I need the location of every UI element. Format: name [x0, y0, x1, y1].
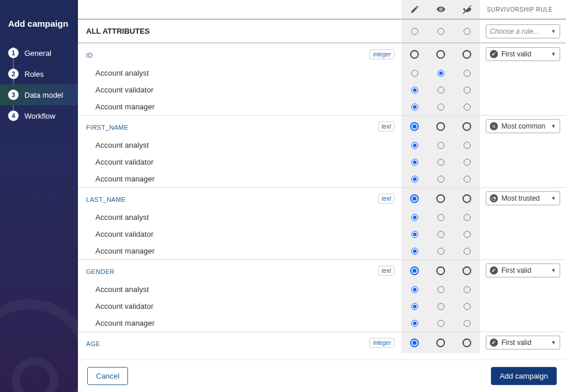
- rule-label: Most common: [501, 122, 545, 130]
- role-row: Account analyst: [78, 65, 566, 81]
- radio-view-role[interactable]: [437, 320, 444, 327]
- role-row: Account validator: [78, 226, 566, 243]
- radio-view-all[interactable]: [437, 28, 444, 35]
- radio-hidden-role[interactable]: [464, 104, 471, 111]
- radio-edit-role[interactable]: [411, 248, 418, 255]
- role-name: Account manager: [78, 98, 401, 115]
- radio-view-role[interactable]: [437, 248, 444, 255]
- radio-hidden-role[interactable]: [464, 142, 471, 149]
- radio-edit-attr[interactable]: [410, 266, 419, 275]
- radio-view-attr[interactable]: [436, 338, 445, 347]
- radio-view-role[interactable]: [437, 87, 444, 94]
- attribute-header-row: LAST_NAME text ◔ Most trusted ▼: [78, 187, 566, 209]
- radio-view-role[interactable]: [437, 214, 444, 221]
- radio-hidden-role[interactable]: [464, 159, 471, 166]
- radio-hidden-role[interactable]: [464, 214, 471, 221]
- radio-hidden-attr[interactable]: [462, 50, 471, 59]
- radio-view-role[interactable]: [437, 159, 444, 166]
- chevron-down-icon: ▼: [551, 195, 556, 201]
- radio-view-role[interactable]: [437, 286, 444, 293]
- edit-icon: [401, 0, 428, 19]
- radio-edit-role[interactable]: [411, 320, 418, 327]
- radio-hidden-role[interactable]: [464, 286, 471, 293]
- rule-select-all[interactable]: Choose a rule... ▼: [486, 24, 560, 38]
- radio-view-role[interactable]: [437, 231, 444, 238]
- radio-edit-role[interactable]: [411, 214, 418, 221]
- type-badge: integer: [369, 49, 394, 59]
- role-row: Account manager: [78, 315, 566, 332]
- radio-view-role[interactable]: [437, 176, 444, 183]
- add-campaign-button[interactable]: Add campaign: [491, 367, 557, 385]
- radio-edit-role[interactable]: [411, 231, 418, 238]
- radio-edit-role[interactable]: [411, 286, 418, 293]
- wizard-step[interactable]: 3Data model: [0, 84, 78, 105]
- rule-select[interactable]: ◔ Most trusted ▼: [486, 191, 560, 205]
- wizard-step[interactable]: 1General: [0, 42, 78, 63]
- rule-label: First valid: [501, 338, 531, 347]
- radio-hidden-attr[interactable]: [462, 122, 471, 131]
- radio-view-role[interactable]: [437, 303, 444, 310]
- radio-view-attr[interactable]: [436, 266, 445, 275]
- chevron-down-icon: ▼: [551, 28, 556, 34]
- radio-hidden-all[interactable]: [464, 28, 471, 35]
- step-label: Workflow: [24, 112, 55, 120]
- radio-hidden-attr[interactable]: [462, 266, 471, 275]
- radio-hidden-role[interactable]: [464, 87, 471, 94]
- rule-icon: ◔: [490, 194, 498, 202]
- radio-hidden-role[interactable]: [464, 248, 471, 255]
- role-row: Account validator: [78, 81, 566, 98]
- chevron-down-icon: ▼: [551, 340, 556, 345]
- footer: Cancel Add campaign: [78, 359, 566, 392]
- hidden-icon: [454, 0, 480, 19]
- radio-edit-attr[interactable]: [410, 122, 419, 131]
- wizard-step[interactable]: 4Workflow: [0, 105, 78, 126]
- cancel-button[interactable]: Cancel: [87, 367, 128, 385]
- rule-label: First valid: [501, 266, 531, 275]
- radio-hidden-role[interactable]: [464, 320, 471, 327]
- radio-edit-attr[interactable]: [410, 50, 419, 59]
- radio-view-attr[interactable]: [436, 50, 445, 59]
- role-name: Account validator: [78, 154, 401, 170]
- rule-select[interactable]: ✔ First valid ▼: [486, 336, 560, 350]
- radio-view-attr[interactable]: [436, 194, 445, 203]
- role-row: Account validator: [78, 298, 566, 315]
- role-row: Account analyst: [78, 137, 566, 154]
- radio-edit-role[interactable]: [411, 176, 418, 183]
- radio-view-role[interactable]: [437, 104, 444, 111]
- radio-edit-role[interactable]: [411, 87, 418, 94]
- radio-view-role[interactable]: [437, 70, 444, 77]
- radio-hidden-role[interactable]: [464, 231, 471, 238]
- radio-edit-role[interactable]: [411, 303, 418, 310]
- radio-hidden-role[interactable]: [464, 176, 471, 183]
- radio-edit-attr[interactable]: [410, 338, 419, 347]
- step-number: 3: [8, 90, 19, 100]
- rule-label: First valid: [501, 50, 531, 58]
- radio-hidden-role[interactable]: [464, 70, 471, 77]
- attribute-header-row: ID integer ✔ First valid ▼: [78, 43, 566, 65]
- radio-edit-role[interactable]: [411, 159, 418, 166]
- radio-hidden-attr[interactable]: [462, 194, 471, 203]
- role-row: Account manager: [78, 98, 566, 115]
- role-name: Account analyst: [78, 281, 401, 298]
- survivorship-header: SURVIVORSHIP RULE: [480, 6, 566, 13]
- role-name: Account validator: [78, 298, 401, 315]
- rule-select[interactable]: ✔ First valid ▼: [486, 47, 560, 61]
- radio-edit-role[interactable]: [411, 142, 418, 149]
- wizard-step[interactable]: 2Roles: [0, 63, 78, 84]
- radio-view-role[interactable]: [437, 142, 444, 149]
- radio-edit-all[interactable]: [411, 28, 418, 35]
- radio-view-attr[interactable]: [436, 122, 445, 131]
- radio-hidden-role[interactable]: [464, 303, 471, 310]
- rule-select[interactable]: ✔ First valid ▼: [486, 263, 560, 277]
- role-name: Account analyst: [78, 137, 401, 154]
- type-badge: text: [378, 266, 394, 276]
- step-number: 4: [8, 111, 19, 121]
- radio-edit-attr[interactable]: [410, 194, 419, 203]
- role-name: Account manager: [78, 243, 401, 259]
- attribute-header-row: FIRST_NAME text ≡ Most common ▼: [78, 115, 566, 137]
- rule-select[interactable]: ≡ Most common ▼: [486, 119, 560, 133]
- chevron-down-icon: ▼: [551, 51, 556, 57]
- radio-edit-role[interactable]: [411, 104, 418, 111]
- radio-hidden-attr[interactable]: [462, 338, 471, 347]
- radio-edit-role[interactable]: [411, 70, 418, 77]
